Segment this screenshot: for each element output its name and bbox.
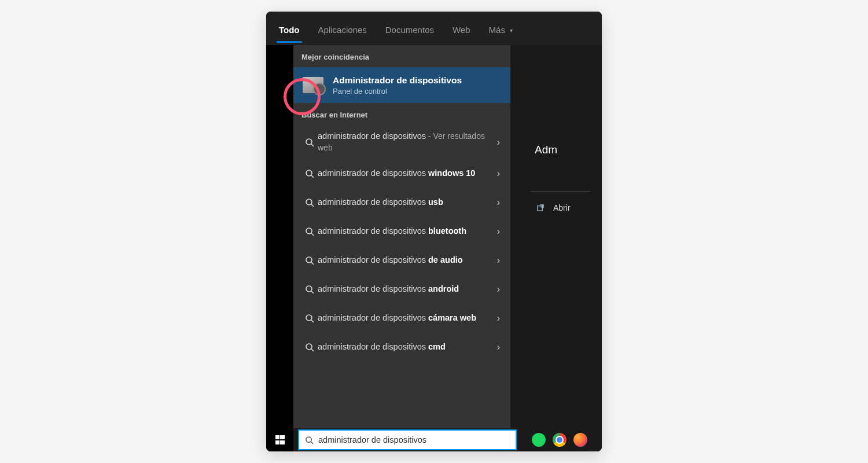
svg-point-6 xyxy=(306,315,312,321)
web-suggestion[interactable]: administrador de dispositivos cámara web… xyxy=(293,304,510,333)
search-icon xyxy=(301,314,318,323)
firefox-icon[interactable] xyxy=(573,433,587,447)
web-suggestion[interactable]: administrador de dispositivos - Ver resu… xyxy=(293,125,510,159)
web-suggestion[interactable]: administrador de dispositivos usb› xyxy=(293,188,510,217)
best-match-header: Mejor coincidencia xyxy=(293,45,510,67)
web-suggestion[interactable]: administrador de dispositivos windows 10… xyxy=(293,159,510,188)
chevron-right-icon[interactable]: › xyxy=(494,226,503,237)
web-suggestion[interactable]: administrador de dispositivos de audio› xyxy=(293,246,510,275)
preview-pane: Adm Abrir xyxy=(510,45,602,428)
chevron-right-icon[interactable]: › xyxy=(494,137,503,148)
chevron-right-icon[interactable]: › xyxy=(494,284,503,295)
taskbar-tray xyxy=(532,433,587,447)
web-suggestion[interactable]: administrador de dispositivos bluetooth› xyxy=(293,217,510,246)
spotify-icon[interactable] xyxy=(532,433,546,447)
svg-point-7 xyxy=(306,344,312,350)
tab-more-label: Más xyxy=(489,25,505,35)
open-action[interactable]: Abrir xyxy=(510,192,602,212)
search-body: Mejor coincidencia Administrador de disp… xyxy=(266,45,602,428)
suggestion-text: administrador de dispositivos usb xyxy=(318,197,494,208)
search-icon xyxy=(301,285,318,294)
chevron-right-icon[interactable]: › xyxy=(494,168,503,179)
results-column: Mejor coincidencia Administrador de disp… xyxy=(293,45,510,428)
open-icon xyxy=(536,204,545,212)
search-icon xyxy=(301,227,318,236)
search-icon xyxy=(301,138,318,147)
search-icon xyxy=(301,169,318,178)
web-suggestions: administrador de dispositivos - Ver resu… xyxy=(293,125,510,428)
best-match-subtitle: Panel de control xyxy=(333,87,502,95)
suggestion-text: administrador de dispositivos cmd xyxy=(318,341,494,353)
suggestion-text: administrador de dispositivos de audio xyxy=(318,255,494,266)
search-icon xyxy=(301,198,318,207)
left-gutter xyxy=(266,45,293,428)
chevron-right-icon[interactable]: › xyxy=(494,342,503,352)
svg-point-1 xyxy=(306,170,312,176)
best-match-title: Administrador de dispositivos xyxy=(333,75,502,86)
tab-apps[interactable]: Aplicaciones xyxy=(317,14,368,43)
svg-point-4 xyxy=(306,257,312,263)
search-icon xyxy=(301,343,318,352)
svg-point-0 xyxy=(306,139,312,145)
chrome-icon[interactable] xyxy=(553,433,567,447)
start-button[interactable] xyxy=(266,428,293,451)
tab-web[interactable]: Web xyxy=(451,14,472,43)
svg-point-2 xyxy=(306,199,312,205)
chevron-right-icon[interactable]: › xyxy=(494,197,503,208)
taskbar xyxy=(266,428,602,451)
open-label: Abrir xyxy=(553,203,571,212)
taskbar-search[interactable] xyxy=(298,429,517,450)
search-icon xyxy=(305,436,314,444)
search-input[interactable] xyxy=(318,435,510,444)
svg-point-9 xyxy=(306,436,311,442)
windows-icon xyxy=(275,435,285,444)
web-suggestion[interactable]: administrador de dispositivos cmd› xyxy=(293,333,510,362)
filter-tabs: Todo Aplicaciones Documentos Web Más ▾ xyxy=(266,12,602,45)
suggestion-text: administrador de dispositivos - Ver resu… xyxy=(318,131,494,153)
suggestion-text: administrador de dispositivos windows 10 xyxy=(318,168,494,179)
svg-point-5 xyxy=(306,286,312,292)
tab-documents[interactable]: Documentos xyxy=(384,14,435,43)
suggestion-text: administrador de dispositivos bluetooth xyxy=(318,226,494,237)
svg-point-3 xyxy=(306,228,312,234)
best-match-result[interactable]: Administrador de dispositivos Panel de c… xyxy=(293,67,510,103)
suggestion-text: administrador de dispositivos android xyxy=(318,284,494,295)
chevron-right-icon[interactable]: › xyxy=(494,313,503,324)
search-web-header: Buscar en Internet xyxy=(293,103,510,125)
device-manager-icon xyxy=(301,74,325,97)
tab-more[interactable]: Más ▾ xyxy=(488,14,514,43)
web-suggestion[interactable]: administrador de dispositivos android› xyxy=(293,275,510,304)
search-icon xyxy=(301,256,318,265)
preview-title: Adm xyxy=(510,45,602,156)
suggestion-text: administrador de dispositivos cámara web xyxy=(318,313,494,324)
tab-all[interactable]: Todo xyxy=(278,14,301,43)
chevron-right-icon[interactable]: › xyxy=(494,255,503,266)
caret-down-icon: ▾ xyxy=(510,27,513,34)
start-search-window: Todo Aplicaciones Documentos Web Más ▾ M… xyxy=(266,12,602,451)
